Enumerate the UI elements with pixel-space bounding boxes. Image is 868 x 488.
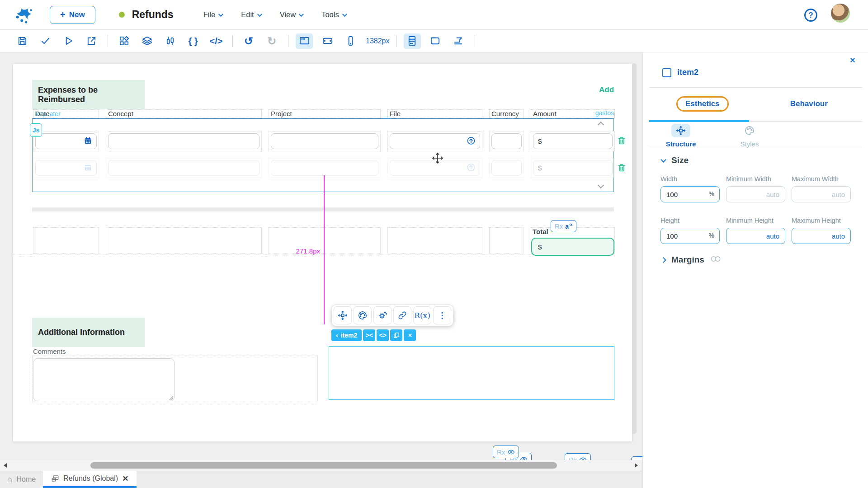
link-icon[interactable] — [393, 306, 411, 324]
min-height-input[interactable] — [726, 228, 785, 244]
horizontal-scrollbar-thumb[interactable] — [90, 462, 557, 469]
source-code-icon[interactable]: </> — [208, 33, 225, 49]
amount-input[interactable]: $ — [533, 133, 613, 149]
tab-esthetics[interactable]: Esthetics — [649, 94, 756, 114]
project-input[interactable] — [271, 133, 378, 149]
save-icon[interactable] — [14, 33, 31, 49]
additional-section-title: Additional Information — [38, 328, 125, 337]
js-code-badge[interactable]: Js — [30, 123, 42, 137]
upload-icon[interactable] — [467, 163, 476, 173]
vertical-scrollbar[interactable] — [632, 61, 637, 459]
toolbar-divider — [232, 35, 233, 47]
selected-widget-tag[interactable]: ‹ item2 — [331, 329, 362, 341]
new-button[interactable]: + New — [50, 6, 95, 24]
browser-frame-icon[interactable] — [427, 33, 444, 49]
total-amount-input[interactable]: $ — [531, 238, 614, 256]
item2-selected-container[interactable] — [329, 346, 614, 400]
menu-edit[interactable]: Edit — [241, 10, 260, 19]
delete-row-icon[interactable] — [617, 162, 627, 173]
structure-panel-icon[interactable] — [404, 33, 421, 49]
calendar-icon[interactable] — [84, 163, 92, 173]
date-input[interactable] — [35, 160, 97, 176]
currency-symbol: $ — [538, 137, 542, 145]
close-tab-icon[interactable]: ✕ — [122, 474, 128, 483]
editor-toolbar: { } </> ↺ ↻ 1382px — [0, 30, 868, 52]
menu-file[interactable]: File — [203, 10, 222, 19]
export-icon[interactable] — [83, 33, 100, 49]
canvas-width-value: 1382px — [366, 37, 390, 45]
add-row-button[interactable]: Add — [599, 85, 614, 94]
menu-tools[interactable]: Tools — [321, 10, 346, 19]
table-row: $ — [33, 131, 614, 151]
max-width-input[interactable] — [792, 186, 851, 202]
currency-input[interactable] — [491, 160, 522, 176]
move-icon[interactable] — [334, 306, 352, 324]
user-avatar[interactable] — [831, 4, 850, 23]
run-play-icon[interactable] — [60, 33, 77, 49]
desktop-view-icon[interactable] — [296, 33, 313, 49]
tab-home[interactable]: ⌂ Home — [0, 471, 43, 488]
upload-icon[interactable] — [467, 136, 476, 146]
rx-visibility-badge[interactable]: Rx — [493, 446, 519, 458]
redo-icon[interactable]: ↻ — [263, 33, 280, 49]
widget-toolbar: R(x) ⋮ — [331, 305, 453, 326]
concept-input[interactable] — [108, 160, 259, 176]
chevron-down-icon — [660, 157, 666, 163]
code-icon[interactable]: <> — [377, 329, 389, 341]
min-width-input[interactable] — [726, 186, 785, 202]
rx-format-badge[interactable]: Rx a-x — [551, 220, 576, 232]
subtab-styles[interactable]: Styles — [729, 124, 770, 148]
app-logo[interactable] — [14, 5, 35, 25]
size-section-header[interactable]: Size — [661, 155, 689, 165]
close-icon[interactable]: × — [404, 329, 416, 341]
menubar: File Edit View Tools — [203, 10, 346, 19]
file-upload-input[interactable] — [390, 133, 480, 149]
help-icon[interactable]: ? — [804, 9, 817, 22]
currency-input[interactable] — [491, 133, 522, 149]
tablet-view-icon[interactable] — [319, 33, 336, 49]
menu-view[interactable]: View — [280, 10, 302, 19]
palette-icon[interactable] — [354, 306, 372, 324]
layers-icon[interactable] — [138, 33, 156, 49]
swap-icon[interactable]: >< — [363, 329, 375, 341]
tab-behaviour[interactable]: Behaviour — [756, 94, 863, 114]
delete-row-icon[interactable] — [617, 135, 627, 146]
undo-icon[interactable]: ↺ — [240, 33, 257, 49]
filter-funnel-icon[interactable] — [450, 33, 467, 49]
close-panel-icon[interactable]: × — [850, 55, 855, 66]
repeater-selection-outline[interactable] — [32, 118, 614, 192]
annotation-highlight-ring: Esthetics — [676, 96, 729, 112]
connections-icon[interactable] — [161, 33, 179, 49]
link-values-icon[interactable] — [710, 255, 721, 265]
validate-check-icon[interactable] — [37, 33, 54, 49]
chevron-down-icon — [257, 11, 262, 16]
scroll-left-arrow-icon[interactable] — [4, 463, 7, 468]
page-card: Expenses to be Reimbursed Add Repeater D… — [13, 64, 632, 441]
widgets-icon[interactable] — [115, 33, 132, 49]
reactive-formula-button[interactable]: R(x) — [413, 306, 431, 324]
calendar-icon[interactable] — [84, 136, 92, 146]
resize-handle[interactable] — [169, 396, 174, 400]
chevron-left-icon: ‹ — [336, 332, 338, 339]
widget-checkbox[interactable] — [662, 68, 671, 77]
min-height-label: Minimum Height — [726, 217, 785, 225]
top-header-bar: + New Refunds File Edit View Tools ? — [0, 0, 868, 30]
structure-icon — [675, 125, 686, 136]
tab-refunds-global[interactable]: Refunds (Global) ✕ — [43, 471, 137, 488]
copy-icon[interactable] — [390, 329, 402, 341]
more-options-icon[interactable]: ⋮ — [433, 306, 451, 324]
mobile-view-icon[interactable] — [342, 33, 359, 49]
horizontal-scrollbar[interactable] — [0, 460, 642, 471]
subtab-structure[interactable]: Structure — [660, 124, 701, 148]
amount-input[interactable]: $ — [533, 160, 613, 176]
concept-input[interactable] — [108, 133, 259, 149]
settings-gear-icon[interactable] — [373, 306, 392, 324]
date-input[interactable] — [35, 133, 97, 149]
margins-section-header[interactable]: Margins — [661, 255, 721, 265]
max-height-input[interactable] — [792, 228, 851, 244]
comments-textarea[interactable] — [33, 358, 175, 401]
scroll-right-arrow-icon[interactable] — [635, 463, 638, 468]
project-input[interactable] — [271, 160, 378, 176]
braces-icon[interactable]: { } — [184, 33, 202, 49]
vertical-scrollbar-thumb[interactable] — [632, 63, 637, 434]
